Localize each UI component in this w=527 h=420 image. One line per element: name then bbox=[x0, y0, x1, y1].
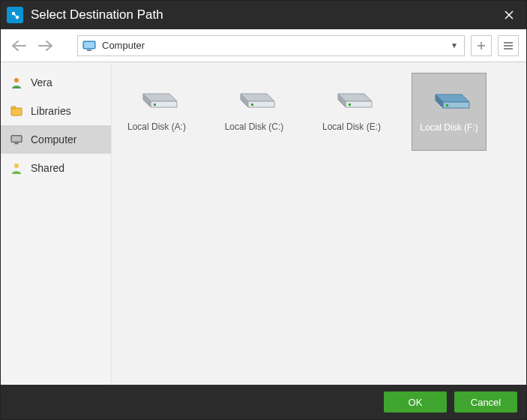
forward-button[interactable] bbox=[35, 35, 56, 56]
view-list-button[interactable] bbox=[498, 35, 519, 56]
drive-icon bbox=[427, 78, 471, 112]
drive-item[interactable]: Local Disk (E:) bbox=[314, 73, 389, 151]
location-bar[interactable]: Computer ▼ bbox=[77, 35, 465, 56]
svg-rect-6 bbox=[504, 45, 513, 46]
drive-item[interactable]: Local Disk (A:) bbox=[119, 73, 194, 151]
toolbar: Computer ▼ bbox=[1, 29, 526, 62]
sidebar-item-label: Libraries bbox=[31, 105, 71, 117]
drive-icon bbox=[330, 77, 373, 111]
sidebar-item-shared[interactable]: Shared bbox=[1, 154, 111, 182]
drive-label: Local Disk (E:) bbox=[322, 122, 381, 132]
drive-icon bbox=[232, 77, 276, 111]
close-button[interactable] bbox=[492, 1, 526, 29]
libraries-icon bbox=[10, 104, 23, 118]
svg-rect-18 bbox=[154, 104, 156, 106]
titlebar: Select Destination Path bbox=[1, 1, 526, 29]
drive-label: Local Disk (A:) bbox=[127, 122, 186, 132]
sidebar-item-label: Vera bbox=[31, 76, 52, 88]
svg-rect-10 bbox=[11, 106, 16, 109]
window-title: Select Destination Path bbox=[31, 8, 492, 22]
back-button[interactable] bbox=[8, 35, 29, 56]
location-text: Computer bbox=[102, 40, 443, 51]
computer-icon bbox=[82, 40, 96, 51]
svg-rect-4 bbox=[87, 50, 91, 51]
sidebar-item-libraries[interactable]: Libraries bbox=[1, 97, 111, 125]
sidebar-item-computer[interactable]: Computer bbox=[1, 125, 111, 154]
svg-rect-26 bbox=[349, 104, 351, 106]
drive-label: Local Disk (C:) bbox=[225, 122, 284, 132]
svg-rect-3 bbox=[84, 42, 94, 48]
location-dropdown-icon[interactable]: ▼ bbox=[449, 41, 460, 50]
svg-rect-5 bbox=[504, 42, 513, 44]
svg-rect-30 bbox=[446, 104, 448, 106]
svg-rect-13 bbox=[14, 142, 18, 144]
drive-item[interactable]: Local Disk (C:) bbox=[217, 73, 292, 151]
svg-rect-12 bbox=[12, 136, 21, 142]
sidebar: Vera Libraries Computer Shared bbox=[1, 62, 112, 385]
sidebar-item-label: Shared bbox=[31, 162, 64, 174]
drive-label: Local Disk (F:) bbox=[420, 122, 478, 133]
content-area: Local Disk (A:) Local Disk (C:) bbox=[112, 62, 526, 385]
ok-button[interactable]: OK bbox=[384, 392, 447, 412]
svg-rect-22 bbox=[251, 104, 253, 106]
footer: OK Cancel bbox=[1, 385, 526, 419]
drive-item[interactable]: Local Disk (F:) bbox=[412, 73, 487, 151]
sidebar-item-label: Computer bbox=[31, 134, 76, 146]
user-icon bbox=[10, 76, 23, 89]
app-icon bbox=[7, 7, 23, 23]
new-folder-button[interactable] bbox=[471, 35, 492, 56]
svg-rect-7 bbox=[504, 48, 513, 50]
computer-icon bbox=[10, 133, 23, 146]
sidebar-item-vera[interactable]: Vera bbox=[1, 68, 111, 97]
drive-icon bbox=[135, 77, 178, 111]
svg-point-8 bbox=[14, 78, 19, 82]
svg-point-14 bbox=[14, 164, 19, 168]
cancel-button[interactable]: Cancel bbox=[454, 392, 517, 412]
shared-icon bbox=[10, 161, 23, 175]
